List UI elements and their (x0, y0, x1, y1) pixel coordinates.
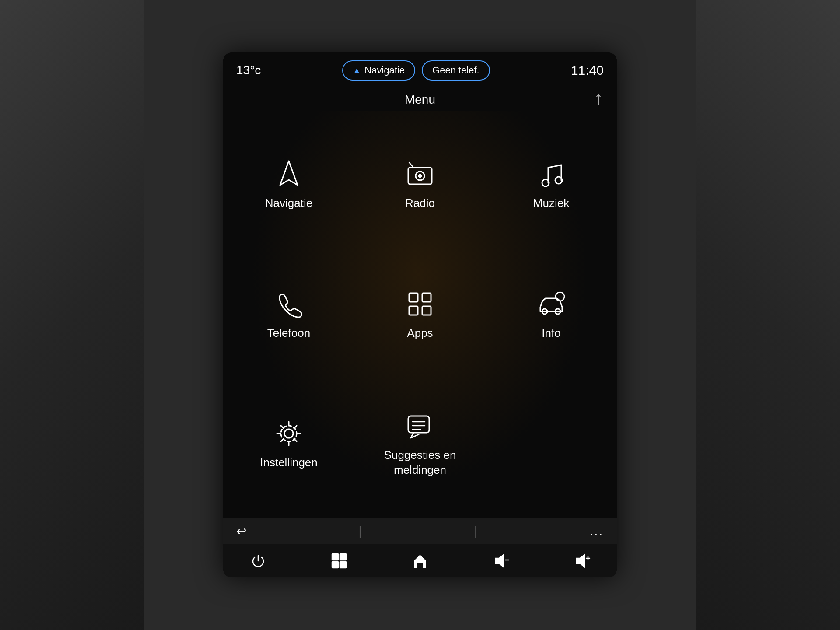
suggesties-label: Suggesties en meldingen (384, 448, 456, 478)
info-label: Info (542, 326, 560, 341)
menu-item-telefoon[interactable]: Telefoon (223, 250, 354, 380)
menu-item-instellingen[interactable]: Instellingen (223, 379, 354, 509)
telefoon-label: Telefoon (267, 326, 310, 341)
toolbar-divider-left: | (358, 524, 362, 539)
radio-label: Radio (405, 196, 435, 211)
menu-title: Menu (405, 93, 435, 107)
home-button[interactable] (411, 552, 429, 570)
settings-icon (273, 418, 304, 449)
volume-up-button[interactable] (573, 552, 591, 570)
menu-item-empty (486, 379, 617, 509)
temperature-display: 13°c (236, 63, 261, 77)
menu-item-suggesties[interactable]: Suggesties en meldingen (354, 379, 486, 509)
svg-rect-28 (332, 562, 338, 568)
svg-line-9 (409, 162, 413, 168)
svg-rect-26 (332, 554, 338, 560)
screen-wrapper: 13°c ▲ Navigatie Geen telef. 11:40 Menu (144, 0, 696, 630)
left-panel (0, 0, 144, 630)
menu-item-radio[interactable]: Radio (354, 120, 486, 250)
menu-grid: Navigatie Radio (223, 111, 617, 518)
svg-text:i: i (559, 293, 561, 300)
svg-point-20 (284, 429, 293, 438)
toolbar-divider-right: | (474, 524, 477, 539)
power-button[interactable] (249, 552, 267, 570)
muziek-label: Muziek (533, 196, 569, 211)
svg-rect-14 (409, 306, 418, 315)
signal-icon (593, 92, 604, 107)
navigatie-label: Navigatie (265, 196, 312, 211)
instellingen-label: Instellingen (260, 455, 318, 470)
navigation-icon (273, 159, 304, 189)
svg-rect-15 (422, 306, 431, 315)
svg-rect-22 (408, 416, 429, 433)
navigation-button-label: Navigatie (364, 65, 405, 76)
navigation-button[interactable]: ▲ Navigatie (342, 60, 416, 80)
more-button[interactable]: ... (590, 524, 604, 538)
info-icon: i (536, 289, 567, 319)
svg-rect-27 (340, 554, 346, 560)
svg-point-3 (598, 104, 599, 105)
svg-rect-12 (409, 293, 418, 302)
menu-item-info[interactable]: i Info (486, 250, 617, 380)
back-button[interactable]: ↩ (236, 524, 246, 539)
time-display: 11:40 (571, 63, 604, 78)
bottom-nav-bar (223, 544, 617, 578)
music-icon (536, 159, 567, 189)
menu-item-navigatie[interactable]: Navigatie (223, 120, 354, 250)
infotainment-screen: 13°c ▲ Navigatie Geen telef. 11:40 Menu (223, 52, 617, 578)
menu-header: Menu (223, 88, 617, 111)
volume-down-button[interactable] (492, 552, 510, 570)
phone-icon (273, 289, 304, 319)
svg-point-7 (419, 175, 421, 177)
nav-buttons-group: ▲ Navigatie Geen telef. (342, 60, 490, 80)
menu-grid-button[interactable] (330, 552, 348, 570)
svg-rect-13 (422, 293, 431, 302)
radio-icon (405, 159, 435, 189)
bottom-toolbar: ↩ | | ... (223, 518, 617, 544)
status-bar: 13°c ▲ Navigatie Geen telef. 11:40 (223, 52, 617, 88)
phone-button-label: Geen telef. (432, 65, 480, 76)
car-background: 13°c ▲ Navigatie Geen telef. 11:40 Menu (0, 0, 840, 630)
suggestions-icon (405, 411, 435, 441)
phone-button[interactable]: Geen telef. (422, 60, 490, 80)
svg-rect-29 (340, 562, 346, 568)
apps-icon (405, 289, 435, 319)
menu-item-muziek[interactable]: Muziek (486, 120, 617, 250)
apps-label: Apps (407, 326, 433, 341)
svg-marker-4 (280, 161, 298, 185)
right-panel (696, 0, 840, 630)
menu-item-apps[interactable]: Apps (354, 250, 486, 380)
nav-arrow-icon: ▲ (353, 66, 361, 76)
